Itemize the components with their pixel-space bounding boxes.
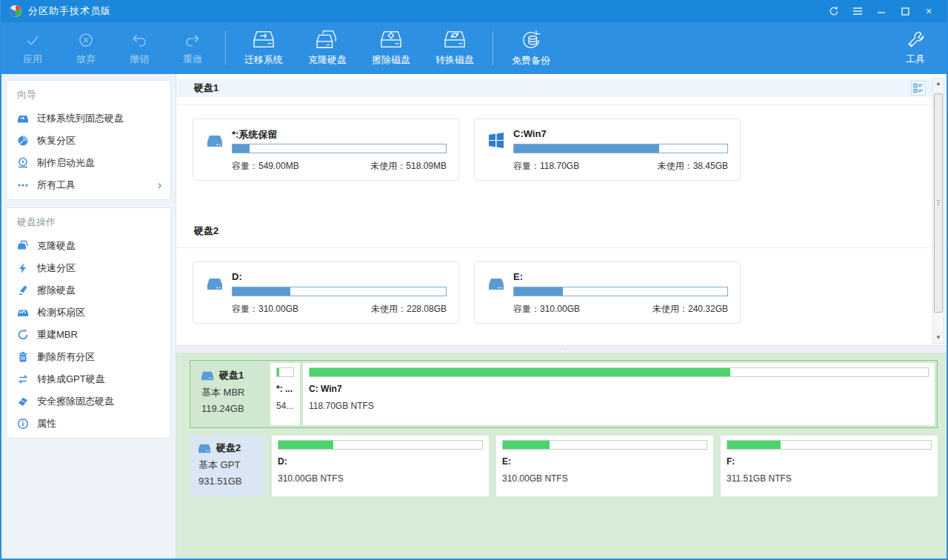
scrollbar-grip [937,200,940,207]
sidebar-item-migrate-os-to-ssd[interactable]: 迁移系统到固态硬盘 [7,107,170,130]
apply-button[interactable]: 应用 [6,25,59,71]
partition-card-e[interactable]: E: 容量：310.00GB 未使用：240.32GB [474,261,741,324]
sidebar-item-properties[interactable]: 属性 [7,413,170,435]
bad-sector-icon [17,307,29,319]
partition-label: D: [278,456,483,467]
properties-icon [17,418,29,430]
scrollbar-thumb[interactable] [934,93,943,313]
disk-icon [205,131,224,150]
disk2-header[interactable]: 硬盘2 [176,222,947,240]
discard-icon [76,30,96,50]
partition-size: 310.00GB NTFS [502,473,707,484]
toolbar: 应用 放弃 撤销 重做 迁移系统 克隆硬盘 [1,22,947,74]
capacity-text: 容量：310.00GB [232,303,298,316]
partition-block-c-win7[interactable]: C: Win7 118.70GB NTFS [303,363,935,425]
disk-name: 硬盘1 [219,369,244,382]
tools-button[interactable]: 工具 [889,25,942,71]
disk2-row[interactable]: 硬盘2 基本 GPT 931.51GB D: 310.00GB NTFS E: … [190,436,938,496]
sidebar: 向导 迁移系统到固态硬盘 恢复分区 制作启动光盘 所有工具 › [1,74,176,559]
partition-label: F: [727,456,932,467]
delete-partitions-icon [17,351,29,363]
scroll-down-arrow[interactable]: ▼ [933,333,944,343]
wipe-disk-button[interactable]: 擦除磁盘 [359,25,423,71]
apply-icon [23,30,42,50]
sidebar-item-wipe-disk[interactable]: 擦除硬盘 [7,279,170,301]
sidebar-item-rebuild-mbr[interactable]: 重建MBR [7,324,170,346]
partition-name: C:Win7 [513,128,547,139]
disk-icon [205,274,224,293]
sidebar-item-recover-partition[interactable]: 恢复分区 [7,130,170,152]
menu-icon[interactable] [846,0,869,22]
partition-block-d[interactable]: D: 310.00GB NTFS [272,436,489,496]
splitter-handle-dots: ··· [556,345,567,353]
sidebar-item-check-bad-sectors[interactable]: 检测坏扇区 [7,301,170,324]
disk-map-panel: 硬盘1 基本 MBR 119.24GB *: ... 54... C: Win7… [176,353,947,559]
clone-disk-button[interactable]: 克隆硬盘 [296,25,359,71]
disk1-row[interactable]: 硬盘1 基本 MBR 119.24GB *: ... 54... C: Win7… [190,360,938,428]
usage-bar [276,367,294,377]
redo-icon [183,30,202,50]
sidebar-item-all-tools[interactable]: 所有工具 › [7,174,170,196]
refresh-icon[interactable] [822,0,846,22]
discard-button[interactable]: 放弃 [59,25,113,71]
partition-card-c-win7[interactable]: C:Win7 容量：118.70GB 未使用：38.45GB [474,119,741,181]
quick-partition-icon [17,262,29,274]
clone-disk-icon [17,240,29,252]
windows-icon [487,131,506,150]
partition-block-f[interactable]: F: 311.51GB NTFS [721,436,938,496]
panel-splitter[interactable]: ··· [176,345,947,353]
convert-disk-icon [442,30,467,50]
scrollbar-track[interactable] [933,89,944,333]
partition-card-d[interactable]: D: 容量：310.00GB 未使用：228.08GB [193,261,459,324]
all-tools-icon [17,179,29,191]
disk-icon [487,274,506,293]
disk1-info[interactable]: 硬盘1 基本 MBR 119.24GB [193,363,267,425]
partition-card-system-reserved[interactable]: *:系统保留 容量：549.00MB 未使用：518.09MB [193,119,459,181]
usage-bar [513,287,728,296]
minimize-button[interactable] [869,0,893,22]
redo-button[interactable]: 重做 [166,25,219,71]
wipe-disk-icon [17,284,29,296]
sidebar-item-make-bootable-cd[interactable]: 制作启动光盘 [7,152,170,174]
view-toggle-button[interactable] [911,81,926,96]
usage-bar [502,440,707,450]
toolbar-separator [225,31,226,65]
partition-block-e[interactable]: E: 310.00GB NTFS [496,436,713,496]
bootable-cd-icon [17,157,29,169]
free-backup-button[interactable]: 免费备份 [499,25,563,71]
sidebar-item-quick-partition[interactable]: 快速分区 [7,257,170,279]
section-title: 硬盘操作 [7,208,170,235]
partition-name: D: [232,271,242,282]
convert-disk-button[interactable]: 转换磁盘 [423,25,487,71]
rebuild-mbr-icon [17,329,29,341]
wrench-icon [906,30,925,50]
secure-erase-icon [17,396,29,407]
close-button[interactable]: × [917,0,941,22]
sidebar-item-secure-erase-ssd[interactable]: 安全擦除固态硬盘 [7,390,170,413]
migrate-system-button[interactable]: 迁移系统 [232,25,296,71]
undo-button[interactable]: 撤销 [113,25,166,71]
vertical-scrollbar[interactable]: ▲ ▼ [932,78,944,344]
disk-type: 基本 GPT [197,459,260,472]
free-backup-icon [520,29,542,51]
wipe-disk-icon [378,30,404,50]
sidebar-item-delete-all-partitions[interactable]: 删除所有分区 [7,346,170,368]
disk-name: 硬盘2 [216,441,241,455]
disk2-info[interactable]: 硬盘2 基本 GPT 931.51GB [190,436,264,496]
window-title: 分区助手技术员版 [28,4,111,18]
capacity-text: 容量：310.00GB [513,303,580,316]
scroll-up-arrow[interactable]: ▲ [933,79,944,89]
sidebar-item-convert-to-gpt[interactable]: 转换成GPT硬盘 [7,368,170,390]
partition-card-view: 硬盘1 *:系统保留 容量：549.00MB 未使用：518.09MB [176,74,947,345]
undo-icon [130,30,149,50]
partition-block-system-reserved[interactable]: *: ... 54... [270,363,300,425]
disk1-header[interactable]: 硬盘1 [176,79,947,97]
clone-disk-icon [315,30,340,50]
maximize-button[interactable] [893,0,917,22]
sidebar-item-clone-disk[interactable]: 克隆硬盘 [7,235,170,257]
partition-label: C: Win7 [309,384,929,394]
capacity-text: 容量：549.00MB [232,160,299,173]
free-text: 未使用：518.09MB [370,160,447,173]
disk-icon [197,442,212,454]
free-text: 未使用：38.45GB [658,160,728,173]
